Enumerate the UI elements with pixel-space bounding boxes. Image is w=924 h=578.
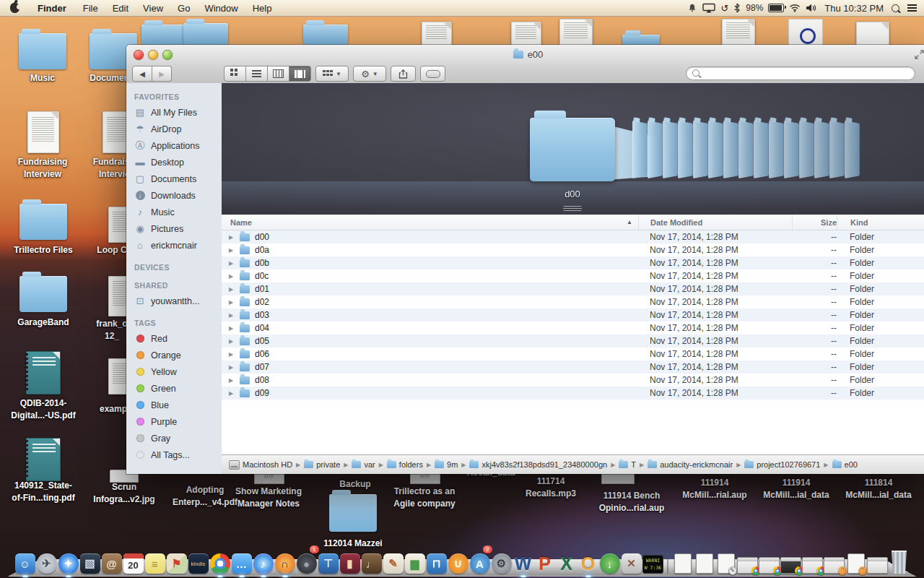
disclosure-triangle-icon[interactable]: ▶ [229,312,235,319]
minimized-window-plain[interactable] [867,548,888,574]
minimize-button[interactable] [148,50,158,60]
launchpad[interactable]: ✈ [36,548,57,574]
maps[interactable]: ⚑ [166,548,187,574]
table-row[interactable]: ▶d09Nov 17, 2014, 1:28 PM--Folder [222,387,924,400]
audacity[interactable]: ∩ [274,548,295,574]
notification-bell-icon[interactable] [687,3,697,13]
zoom-button[interactable] [162,50,173,60]
path-item-private[interactable]: private [304,460,340,469]
table-row[interactable]: ▶d01Nov 17, 2014, 1:28 PM--Folder [222,282,924,296]
sidebar-item-desktop[interactable]: ▬Desktop [126,154,222,171]
itunes[interactable]: ♪ [253,548,274,574]
minimized-chrome-window-1[interactable] [737,548,758,574]
ibooks[interactable]: ∪ [448,548,468,574]
minimized-chrome-window-3[interactable] [802,548,823,574]
search-field[interactable] [686,66,915,80]
minimized-audio-window-1[interactable] [824,548,845,574]
bluetooth-icon[interactable] [733,3,741,13]
minimized-chrome-window-2[interactable] [759,548,780,574]
app-store[interactable]: A2 [469,548,490,574]
notes[interactable]: ≡ [144,548,165,574]
sidebar-item-downloads[interactable]: ↓Downloads [126,187,222,204]
presentation-app[interactable]: ⊤ [318,548,339,574]
table-row[interactable]: ▶d05Nov 17, 2014, 1:28 PM--Folder [222,335,924,348]
keynote[interactable]: ⊓ [426,548,447,574]
spotlight-icon[interactable] [892,4,899,12]
menu-help[interactable]: Help [245,3,279,14]
notification-center-icon[interactable] [907,4,917,12]
path-item-9m[interactable]: 9m [435,460,458,469]
sidebar-item-gray[interactable]: Gray [126,430,222,447]
share-button[interactable] [391,66,416,82]
app-menu-finder[interactable]: Finder [31,3,73,14]
sidebar-item-yellow[interactable]: Yellow [126,363,222,380]
disclosure-triangle-icon[interactable]: ▶ [229,390,235,397]
column-header-size[interactable]: Size [792,215,837,230]
disclosure-triangle-icon[interactable]: ▶ [229,260,235,267]
sidebar-item-documents[interactable]: ▢Documents [126,171,222,187]
minimized-script-doc[interactable] [694,548,715,574]
minimized-compose-doc[interactable] [715,548,736,574]
messages[interactable]: … [231,548,252,574]
downloads-app[interactable]: ↓ [599,548,620,574]
pages[interactable]: ✎ [383,548,404,574]
disclosure-triangle-icon[interactable]: ▶ [229,273,235,280]
apple-menu-icon[interactable] [10,3,19,13]
action-gear-button[interactable]: ⚙▼ [353,66,386,82]
safari[interactable]: ✦ [58,548,79,574]
led-clock-widget[interactable]: WARNIW 7:36 [642,548,663,574]
system-preferences[interactable]: ⚙ [491,548,512,574]
sidebar-item-green[interactable]: Green [126,380,222,397]
utilities-app[interactable]: ✕ [621,548,642,574]
search-input[interactable] [702,67,915,79]
sidebar-item-all-tags-[interactable]: All Tags... [126,447,222,463]
table-row[interactable]: ▶d0aNov 17, 2014, 1:28 PM--Folder [222,243,924,256]
contacts[interactable]: @ [101,548,122,574]
menu-view[interactable]: View [136,3,170,14]
outlook[interactable]: O [578,548,598,574]
menu-edit[interactable]: Edit [105,3,136,14]
table-row[interactable]: ▶d07Nov 17, 2014, 1:28 PM--Folder [222,361,924,374]
kindle[interactable]: kindle [188,548,209,574]
finder[interactable]: ☺ [14,548,35,574]
coverflow-area[interactable]: d00 [222,83,924,215]
path-item-t[interactable]: T [619,460,636,469]
window-titlebar[interactable]: e00 [126,45,924,64]
sidebar-item-red[interactable]: Red [126,330,222,347]
powerpoint[interactable]: P [534,548,555,574]
coverflow-selected-folder[interactable] [530,118,615,181]
fullscreen-icon[interactable] [915,50,924,59]
minimized-audio-doc-2[interactable] [845,548,866,574]
path-item-e00[interactable]: e00 [832,460,858,469]
table-row[interactable]: ▶d00Nov 17, 2014, 1:28 PM--Folder [222,230,924,243]
menu-go[interactable]: Go [170,3,197,14]
menu-window[interactable]: Window [197,3,245,14]
numbers[interactable]: ▆ [404,548,425,574]
column-header-date-modified[interactable]: Date Modified [638,215,792,230]
list-view-button[interactable] [246,66,268,82]
table-row[interactable]: ▶d04Nov 17, 2014, 1:28 PM--Folder [222,322,924,335]
chrome[interactable] [209,548,230,574]
disclosure-triangle-icon[interactable]: ▶ [229,286,235,293]
arrange-button[interactable]: ▼ [315,66,349,82]
coverflow-resize-handle[interactable] [563,206,582,211]
table-row[interactable]: ▶d03Nov 17, 2014, 1:28 PM--Folder [222,309,924,322]
disclosure-triangle-icon[interactable]: ▶ [229,234,235,241]
disclosure-triangle-icon[interactable]: ▶ [229,377,235,384]
icon-view-button[interactable] [224,66,246,82]
sidebar-item-music[interactable]: ♪Music [126,204,222,220]
path-item-folders[interactable]: folders [387,460,423,469]
disclosure-triangle-icon[interactable]: ▶ [229,325,235,332]
sidebar-item-orange[interactable]: Orange [126,347,222,363]
wifi-icon[interactable] [789,4,801,12]
sidebar-item-applications[interactable]: ⒶApplications [126,137,222,154]
volume-icon[interactable] [806,4,816,12]
table-row[interactable]: ▶d02Nov 17, 2014, 1:28 PM--Folder [222,296,924,309]
word[interactable]: W [513,548,533,574]
forward-button[interactable]: ▶ [152,66,172,82]
tag-button[interactable] [420,66,445,82]
garageband[interactable]: ♩ [361,548,382,574]
column-view-button[interactable] [268,66,289,82]
table-row[interactable]: ▶d06Nov 17, 2014, 1:28 PM--Folder [222,348,924,361]
menu-file[interactable]: File [76,3,105,14]
